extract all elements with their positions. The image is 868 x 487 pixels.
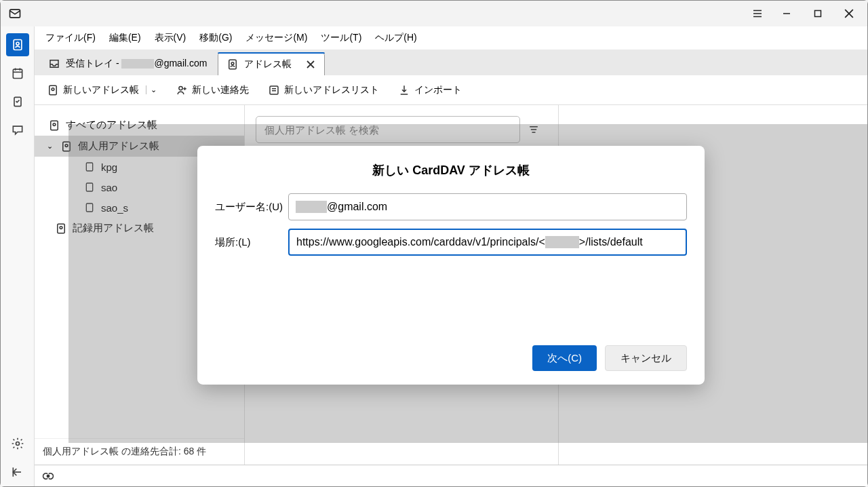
new-addressbook-label: 新しいアドレス帳 <box>63 84 139 96</box>
tab-inbox-label: 受信トレイ - @gmail.com <box>66 58 207 70</box>
rail-chat-icon[interactable] <box>6 119 29 142</box>
menu-help[interactable]: ヘルプ(H) <box>368 29 423 47</box>
new-addressbook-button[interactable]: 新しいアドレス帳 ⌄ <box>43 81 161 99</box>
cancel-button[interactable]: キャンセル <box>605 345 687 371</box>
window-close-button[interactable] <box>833 1 865 26</box>
svg-point-23 <box>52 87 54 90</box>
new-contact-icon <box>176 84 188 96</box>
username-value: @gmail.com <box>327 201 387 213</box>
app-menu-button[interactable] <box>744 1 771 26</box>
tab-close-button[interactable] <box>305 60 316 69</box>
rail-settings-icon[interactable] <box>6 432 29 455</box>
username-input[interactable]: @gmail.com <box>288 193 687 220</box>
addressbook-icon <box>55 222 67 235</box>
titlebar <box>1 1 867 26</box>
list-icon <box>268 84 280 96</box>
addressbook-icon <box>226 58 239 71</box>
redacted-text <box>545 236 579 248</box>
menu-go[interactable]: 移動(G) <box>193 29 239 47</box>
chevron-down-icon[interactable]: ⌄ <box>47 142 55 151</box>
redacted-text <box>121 59 154 69</box>
location-suffix: >/lists/default <box>579 236 643 248</box>
new-contact-label: 新しい連絡先 <box>192 84 249 96</box>
svg-rect-10 <box>13 69 22 78</box>
menu-view[interactable]: 表示(V) <box>148 29 193 47</box>
svg-point-42 <box>47 475 49 477</box>
status-sync-icon <box>41 471 55 481</box>
statusbar <box>35 465 867 486</box>
location-input[interactable]: https://www.googleapis.com/carddav/v1/pr… <box>288 229 687 256</box>
addressbook-icon <box>47 84 59 96</box>
chevron-down-icon[interactable]: ⌄ <box>146 85 157 94</box>
menubar: ファイル(F) 編集(E) 表示(V) 移動(G) メッセージ(M) ツール(T… <box>35 26 867 50</box>
menu-message[interactable]: メッセージ(M) <box>239 29 314 47</box>
menu-file[interactable]: ファイル(F) <box>39 29 102 47</box>
svg-point-19 <box>232 62 235 64</box>
next-button[interactable]: 次へ(C) <box>532 345 597 371</box>
new-list-button[interactable]: 新しいアドレスリスト <box>264 81 383 99</box>
location-prefix: https://www.googleapis.com/carddav/v1/pr… <box>296 236 545 248</box>
addressbook-icon <box>48 119 60 132</box>
tab-inbox[interactable]: 受信トレイ - @gmail.com <box>40 52 215 75</box>
inbox-icon <box>48 58 60 70</box>
redacted-text <box>296 201 327 213</box>
rail-calendar-icon[interactable] <box>6 62 29 85</box>
svg-point-24 <box>179 86 182 90</box>
new-contact-button[interactable]: 新しい連絡先 <box>172 81 253 99</box>
svg-point-33 <box>65 144 68 147</box>
tab-addressbook[interactable]: アドレス帳 <box>218 52 325 75</box>
svg-point-38 <box>60 226 62 229</box>
svg-rect-5 <box>815 11 821 17</box>
rail-tasks-icon[interactable] <box>6 90 29 113</box>
app-mail-icon <box>7 6 22 21</box>
location-label: 場所:(L) <box>215 235 288 248</box>
tabbar: 受信トレイ - @gmail.com アドレス帳 <box>35 50 867 75</box>
rail-addressbook-icon[interactable] <box>6 33 29 56</box>
rail-collapse-icon[interactable] <box>6 461 29 484</box>
import-label: インポート <box>414 84 462 96</box>
toolbar: 新しいアドレス帳 ⌄ 新しい連絡先 新しいアドレスリスト インポート <box>35 75 867 105</box>
window-minimize-button[interactable] <box>771 1 802 26</box>
tab-addressbook-label: アドレス帳 <box>244 58 292 71</box>
window-maximize-button[interactable] <box>802 1 833 26</box>
username-label: ユーザー名:(U) <box>215 200 288 213</box>
import-button[interactable]: インポート <box>394 81 466 99</box>
dialog-title: 新しい CardDAV アドレス帳 <box>215 162 687 178</box>
menu-edit[interactable]: 編集(E) <box>102 29 148 47</box>
left-rail <box>1 26 35 486</box>
carddav-dialog: 新しい CardDAV アドレス帳 ユーザー名:(U) @gmail.com 場… <box>197 146 705 385</box>
import-icon <box>398 84 410 96</box>
new-list-label: 新しいアドレスリスト <box>284 84 379 96</box>
svg-point-15 <box>16 442 19 446</box>
svg-point-9 <box>16 42 18 45</box>
menu-tools[interactable]: ツール(T) <box>314 29 368 47</box>
svg-point-31 <box>53 123 56 125</box>
